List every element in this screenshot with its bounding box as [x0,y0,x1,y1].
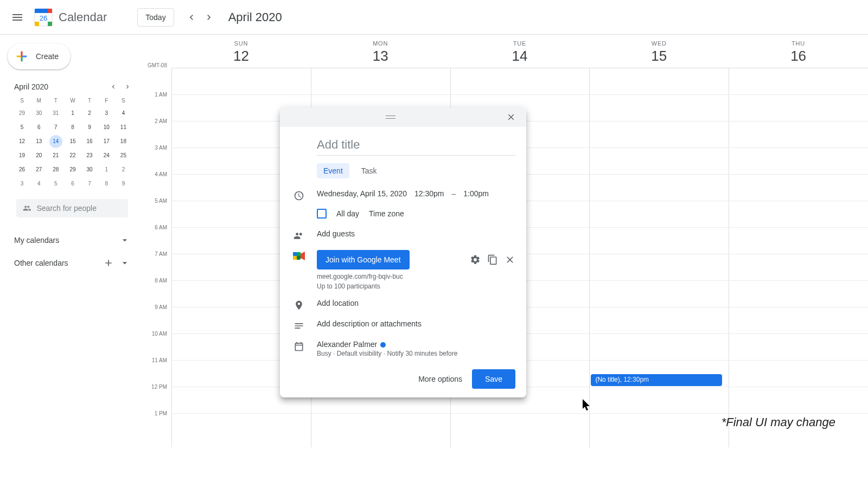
day-header[interactable]: TUE14 [450,35,590,68]
more-options-button[interactable]: More options [418,375,462,383]
mini-day[interactable]: 6 [66,177,79,190]
start-time-picker[interactable]: 12:30pm [414,189,444,198]
mini-day[interactable]: 17 [100,135,113,148]
day-column[interactable]: (No title), 12:30pm [589,68,729,447]
save-button[interactable]: Save [472,369,515,389]
chevron-right-icon [203,12,214,23]
other-calendars-label: Other calendars [14,259,68,267]
mini-day[interactable]: 29 [16,107,29,120]
meet-settings-button[interactable] [470,254,481,265]
timezone-button[interactable]: Time zone [369,209,404,218]
remove-meet-button[interactable] [505,254,515,265]
today-button[interactable]: Today [137,8,174,27]
mini-day[interactable]: 14 [49,135,62,148]
mini-dow: F [99,95,114,106]
mini-day[interactable]: 12 [16,135,29,148]
mini-day[interactable]: 4 [117,107,130,120]
mini-day[interactable]: 7 [83,177,96,190]
svg-rect-7 [293,252,297,256]
mini-day[interactable]: 27 [33,163,46,176]
plus-icon[interactable] [103,258,114,268]
hour-label: 3 AM [155,145,167,151]
mini-day[interactable]: 7 [49,121,62,134]
mini-day[interactable]: 25 [117,149,130,162]
mini-day[interactable]: 30 [83,163,96,176]
mini-day[interactable]: 2 [117,163,130,176]
mini-day[interactable]: 3 [16,177,29,190]
mini-day[interactable]: 30 [33,107,46,120]
hour-label: 12 PM [151,384,167,390]
guests-row[interactable]: Add guests [291,225,515,246]
mini-day[interactable]: 24 [100,149,113,162]
organizer-row[interactable]: Alexander Palmer Busy · Default visibili… [291,336,515,362]
mini-day[interactable]: 20 [33,149,46,162]
day-header-num: 14 [450,48,590,65]
tab-event[interactable]: Event [317,163,349,178]
mini-day[interactable]: 11 [117,121,130,134]
mini-day[interactable]: 5 [49,177,62,190]
svg-rect-2 [35,22,39,26]
my-calendars-toggle[interactable]: My calendars [14,233,130,248]
mini-next-month-button[interactable] [124,83,131,91]
people-icon [23,203,31,213]
mini-day[interactable]: 23 [83,149,96,162]
mini-day[interactable]: 2 [83,107,96,120]
mini-day[interactable]: 28 [49,163,62,176]
drag-handle[interactable] [280,114,501,120]
location-row[interactable]: Add location [291,294,515,315]
prev-period-button[interactable] [183,9,200,26]
chevron-down-icon [119,258,130,268]
mini-day[interactable]: 19 [16,149,29,162]
day-header[interactable]: THU16 [729,35,868,68]
mini-day[interactable]: 8 [100,177,113,190]
nav-arrows [183,9,218,26]
mini-day[interactable]: 9 [83,121,96,134]
mini-day[interactable]: 29 [66,163,79,176]
mini-day[interactable]: 6 [33,121,46,134]
mini-day[interactable]: 9 [117,177,130,190]
mini-dow: T [82,95,98,106]
all-day-checkbox[interactable] [317,209,327,219]
mini-day[interactable]: 1 [100,163,113,176]
mini-day[interactable]: 10 [100,121,113,134]
mini-day[interactable]: 18 [117,135,130,148]
mini-day[interactable]: 15 [66,135,79,148]
mini-day[interactable]: 21 [49,149,62,162]
other-calendars-toggle[interactable]: Other calendars [14,255,130,271]
day-header[interactable]: SUN12 [171,35,311,68]
plus-multicolor-icon [14,49,29,64]
next-period-button[interactable] [200,9,218,26]
mini-day[interactable]: 3 [100,107,113,120]
time-dash: – [452,189,456,198]
day-header[interactable]: WED15 [589,35,729,68]
search-people-input[interactable] [36,204,122,213]
event-create-dialog: Event Task Wednesday, April 15, 2020 12:… [280,107,526,397]
mini-day[interactable]: 22 [66,149,79,162]
end-time-picker[interactable]: 1:00pm [463,189,489,198]
main-menu-button[interactable] [4,4,30,30]
event-chip[interactable]: (No title), 12:30pm [591,374,722,387]
create-button[interactable]: Create [8,43,71,69]
mini-day[interactable]: 31 [49,107,62,120]
mini-day[interactable]: 13 [33,135,46,148]
copy-meet-link-button[interactable] [487,254,498,265]
tab-task[interactable]: Task [355,163,384,178]
app-header: 26 Calendar Today April 2020 [0,0,868,35]
join-meet-button[interactable]: Join with Google Meet [317,250,410,269]
mini-prev-month-button[interactable] [110,83,117,91]
day-header[interactable]: MON13 [311,35,450,68]
mini-day[interactable]: 4 [33,177,46,190]
mini-dow: T [48,95,63,106]
description-row[interactable]: Add description or attachments [291,315,515,336]
day-header-dow: MON [311,40,450,47]
mini-day[interactable]: 1 [66,107,79,120]
search-people-field[interactable] [16,199,128,217]
day-column[interactable] [729,68,868,447]
mini-day[interactable]: 26 [16,163,29,176]
mini-day[interactable]: 8 [66,121,79,134]
dialog-close-button[interactable] [501,107,521,127]
mini-day[interactable]: 5 [16,121,29,134]
event-title-input[interactable] [317,136,515,156]
mini-day[interactable]: 16 [83,135,96,148]
event-date-picker[interactable]: Wednesday, April 15, 2020 [317,189,407,198]
